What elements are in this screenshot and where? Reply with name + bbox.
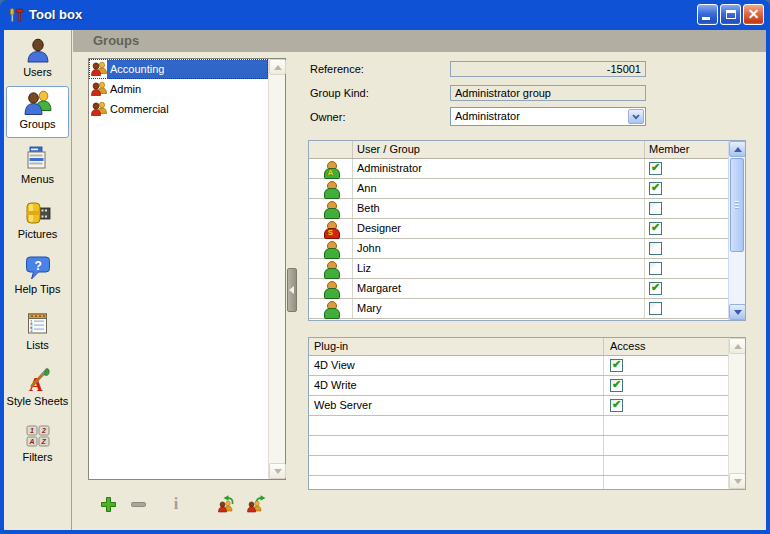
sidebar-item-lists[interactable]: 1 2 3 Lists: [6, 308, 69, 360]
member-checkbox[interactable]: [649, 242, 662, 255]
member-name: Liz: [353, 259, 645, 278]
scroll-up-button[interactable]: [269, 59, 286, 75]
scrollbar-thumb[interactable]: [730, 158, 744, 252]
window-title: Tool box: [29, 7, 82, 22]
group-export-icon: [246, 495, 266, 513]
panel-splitter[interactable]: [287, 268, 297, 312]
members-header-row: User / Group Member: [309, 141, 728, 159]
access-checkbox[interactable]: [610, 359, 623, 372]
plugins-table: Plug-in Access 4D View 4D Write Web Serv…: [308, 337, 746, 490]
user-icon: [323, 241, 339, 257]
close-button[interactable]: ✕: [743, 4, 764, 25]
member-row[interactable]: Margaret: [309, 279, 728, 299]
members-scrollbar[interactable]: [728, 141, 745, 320]
access-column-header: Access: [604, 338, 728, 355]
member-row[interactable]: John: [309, 239, 728, 259]
member-name: Margaret: [353, 279, 645, 298]
sidebar-label: Menus: [6, 173, 69, 185]
plugin-name: 4D Write: [309, 376, 604, 395]
member-name: Administrator: [353, 159, 645, 178]
scroll-up-button[interactable]: [729, 338, 746, 354]
combo-dropdown-button[interactable]: [628, 109, 644, 124]
scroll-down-button[interactable]: [729, 304, 746, 320]
access-checkbox[interactable]: [610, 399, 623, 412]
sidebar-label: Users: [6, 66, 69, 78]
plus-icon: [100, 496, 117, 513]
member-checkbox[interactable]: [649, 262, 662, 275]
owner-select[interactable]: Administrator: [450, 107, 646, 126]
red-group-icon: [91, 81, 107, 97]
sidebar-item-users[interactable]: Users: [6, 35, 69, 87]
member-name: John: [353, 239, 645, 258]
sidebar-label: Style Sheets: [6, 395, 69, 407]
group-info-button[interactable]: i: [166, 494, 186, 514]
member-checkbox[interactable]: [649, 162, 662, 175]
plugin-name: 4D View: [309, 356, 604, 375]
sidebar-item-menus[interactable]: Menus: [6, 142, 69, 194]
plugins-scrollbar[interactable]: [728, 338, 745, 489]
member-checkbox[interactable]: [649, 182, 662, 195]
maximize-button[interactable]: [720, 4, 741, 25]
icon-column-header: [309, 141, 353, 158]
scroll-up-button[interactable]: [729, 141, 746, 157]
red-group-icon: [91, 101, 107, 117]
member-checkbox[interactable]: [649, 202, 662, 215]
group-kind-label: Group Kind:: [310, 87, 369, 101]
group-name: Commercial: [107, 100, 268, 119]
add-group-button[interactable]: [98, 494, 118, 514]
user-icon: [323, 281, 339, 297]
member-checkbox[interactable]: [649, 302, 662, 315]
chevron-down-icon: [734, 310, 742, 315]
chevron-down-icon: [632, 114, 640, 120]
user-icon: [323, 301, 339, 317]
groups-list: Accounting Admin: [88, 58, 286, 480]
reference-field: -15001: [450, 61, 646, 77]
window-content: Users Groups: [4, 30, 766, 530]
member-checkbox[interactable]: [649, 282, 662, 295]
toolbox-window: Tool box ✕ Users: [0, 0, 770, 534]
member-row[interactable]: Beth: [309, 199, 728, 219]
chevron-down-icon: [734, 479, 742, 484]
sidebar-item-style-sheets[interactable]: A Style Sheets: [6, 364, 69, 416]
member-row[interactable]: Ann: [309, 179, 728, 199]
save-group-button[interactable]: [246, 494, 266, 514]
user-icon: A: [323, 161, 339, 177]
groups-list-scrollbar[interactable]: [268, 59, 285, 479]
group-list-item[interactable]: Admin: [89, 79, 268, 99]
paintbrush-a-icon: A: [24, 366, 52, 394]
group-name: Accounting: [107, 60, 268, 79]
plugin-row[interactable]: 4D Write: [309, 376, 728, 396]
sidebar-item-groups[interactable]: Groups: [6, 86, 69, 138]
titlebar[interactable]: Tool box ✕: [0, 0, 770, 30]
member-row[interactable]: S Designer: [309, 219, 728, 239]
svg-text:2: 2: [41, 427, 46, 434]
scroll-down-button[interactable]: [729, 473, 746, 489]
load-group-button[interactable]: [216, 494, 236, 514]
sidebar-label: Help Tips: [6, 283, 69, 295]
scroll-down-button[interactable]: [269, 463, 286, 479]
member-row[interactable]: A Administrator: [309, 159, 728, 179]
sidebar-item-pictures[interactable]: Pictures: [6, 197, 69, 249]
group-list-item[interactable]: Commercial: [89, 99, 268, 119]
member-column-header: Member: [645, 141, 728, 158]
group-list-item[interactable]: Accounting: [89, 59, 268, 79]
svg-text:1: 1: [30, 427, 34, 434]
plugins-header-row: Plug-in Access: [309, 338, 728, 356]
user-icon: [24, 37, 52, 65]
help-bubble-icon: ?: [24, 254, 52, 282]
sidebar-item-help-tips[interactable]: ? Help Tips: [6, 252, 69, 304]
svg-text:?: ?: [34, 259, 41, 273]
member-row[interactable]: Liz: [309, 259, 728, 279]
plugin-row[interactable]: Web Server: [309, 396, 728, 416]
plugin-empty-row: [309, 476, 728, 489]
access-checkbox[interactable]: [610, 379, 623, 392]
plugin-row[interactable]: 4D View: [309, 356, 728, 376]
delete-group-button[interactable]: [128, 494, 148, 514]
sidebar-label: Filters: [6, 451, 69, 463]
member-row[interactable]: Mary: [309, 299, 728, 319]
sidebar-item-filters[interactable]: 1 2 A Z Filters: [6, 420, 69, 472]
member-checkbox[interactable]: [649, 222, 662, 235]
minimize-button[interactable]: [697, 4, 718, 25]
red-group-icon: [91, 61, 107, 77]
user-icon: [323, 181, 339, 197]
